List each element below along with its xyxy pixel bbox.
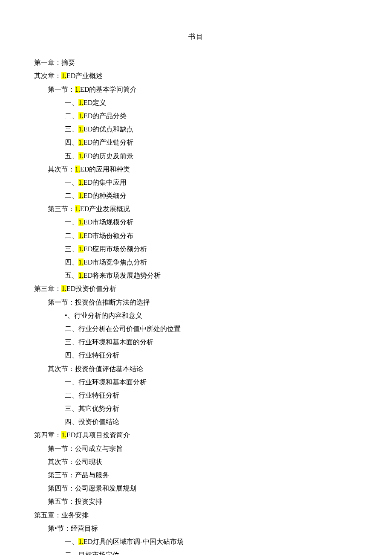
toc-line-highlight: 1. [78, 112, 84, 119]
toc-line-text: ED灯具项目投资简介 [66, 431, 130, 439]
toc-line-text: 行业环境和基本面分析 [78, 378, 147, 386]
toc-line-text: 摘要 [61, 59, 75, 66]
toc-line: 一、1.ED灯具的区域市调-中国大砧市场 [65, 535, 358, 548]
toc-line-text: ED灯具的区域市调-中国大砧市场 [84, 538, 184, 545]
toc-line: 五、1.ED的历史及前景 [65, 149, 358, 163]
toc-line-text: 投资价值推断方法的选择 [75, 299, 150, 306]
toc-line: 二、行业特征分析 [65, 389, 358, 402]
toc-line-text: ED产业概述 [66, 72, 103, 79]
toc-line: 第一节：1.ED的基本学问简介 [48, 83, 358, 96]
document-page: 书目 第一章：摘要其次章：1.ED产业概述第一节：1.ED的基本学问简介一、1.… [0, 0, 392, 555]
toc-line: 第四章：1.ED灯具项目投资简介 [34, 428, 358, 442]
toc-line-text: ED投资价值分析 [66, 285, 116, 292]
toc-line-prefix: 其次节： [48, 166, 75, 173]
toc-line-text: 投资价值结论 [78, 418, 119, 425]
toc-line-highlight: 1. [75, 205, 80, 212]
toc-line-text: 公司愿景和发展规划 [75, 485, 136, 492]
toc-line-text: ED的历史及前景 [84, 152, 133, 160]
toc-line-prefix: 其次章： [34, 72, 61, 79]
toc-line: 其次节：1.ED的应用和种类 [48, 163, 358, 176]
toc-line-highlight: 1. [61, 72, 66, 79]
toc-line-text: ED的集中应用 [84, 179, 127, 186]
toc-line-prefix: 第五章： [34, 511, 61, 519]
toc-line-prefix: 第三节： [48, 205, 75, 212]
toc-line: 第五节：投资安排 [48, 495, 358, 508]
toc-line-prefix: 四、 [65, 352, 78, 359]
toc-line: 第•节：经营目标 [48, 522, 358, 535]
toc-line-text: 其它优势分析 [78, 405, 119, 412]
toc-line-prefix: 第一章： [34, 59, 61, 66]
toc-line: 二、行业分析在公司价值中所处的位置 [65, 322, 358, 335]
toc-line-prefix: 四、 [65, 139, 78, 146]
toc-line-text: 目标市场定位 [78, 551, 119, 555]
toc-line-text: ED的产品分类 [84, 112, 127, 119]
toc-line-highlight: 1. [78, 139, 84, 146]
toc-line-prefix: 二、 [65, 392, 78, 399]
toc-line: 三、行业环境和基木面的分析 [65, 335, 358, 349]
toc-line-text: ED市场份额分布 [84, 232, 133, 239]
toc-line: 二、目标市场定位 [65, 548, 358, 555]
toc-line-text: 投资安排 [75, 498, 102, 505]
toc-line-highlight: 1. [78, 272, 84, 279]
toc-line-text: 行业环境和基木面的分析 [78, 338, 153, 346]
toc-line: 四、行业特征分析 [65, 349, 358, 362]
toc-line-prefix: 第五节： [48, 498, 75, 505]
toc-line-text: 公司成立与宗旨 [75, 445, 123, 452]
toc-line-highlight: 1. [78, 259, 84, 266]
toc-line: 第三节：1.ED产业发展概况 [48, 202, 358, 215]
toc-line-prefix: 第四节： [48, 485, 75, 492]
toc-line: 第一节：投资价值推断方法的选择 [48, 296, 358, 309]
toc-line-highlight: 1. [78, 99, 84, 106]
toc-line-prefix: 二、 [65, 192, 78, 199]
toc-line-text: 行业特征分析 [78, 352, 119, 359]
toc-line: 四、投资价值结论 [65, 415, 358, 428]
toc-line-highlight: 1. [75, 86, 80, 93]
toc-line-prefix: 一、 [65, 218, 78, 226]
toc-line-prefix: 其次节： [48, 458, 75, 465]
toc-line-text: ED的优点和缺点 [84, 125, 133, 133]
toc-line-text: ED产业发展概况 [80, 205, 130, 212]
toc-line-highlight: 1. [78, 538, 84, 545]
toc-line-highlight: 1. [78, 152, 84, 160]
toc-line-highlight: 1. [78, 218, 84, 226]
toc-line-prefix: 一、 [65, 378, 78, 386]
toc-line-prefix: 第•节： [48, 525, 71, 532]
toc-line-prefix: 第三章： [34, 285, 61, 292]
toc-line-prefix: 三、 [65, 338, 78, 346]
toc-line: 第四节：公司愿景和发展规划 [48, 482, 358, 495]
toc-line: 其次节：公司现状 [48, 455, 358, 468]
toc-line-highlight: 1. [78, 125, 84, 133]
toc-line: 四、1.ED市场竞争焦点分析 [65, 256, 358, 269]
toc-line: 三、1.ED应用市场份额分析 [65, 242, 358, 256]
toc-line-prefix: 四、 [65, 418, 78, 425]
toc-line: 第一章：摘要 [34, 56, 358, 69]
toc-line-text: ED市场竞争焦点分析 [84, 259, 147, 266]
toc-line-text: 经营目标 [71, 525, 98, 532]
toc-line-prefix: 二、 [65, 551, 78, 555]
toc-line-text: ED应用市场份额分析 [84, 245, 147, 253]
page-title: 书目 [34, 30, 358, 43]
toc-line: 三、其它优势分析 [65, 402, 358, 415]
toc-line-text: ED市场规模分析 [84, 218, 133, 226]
toc-line-prefix: 第四章： [34, 431, 61, 439]
toc-line-highlight: 1. [61, 431, 66, 439]
toc-line-prefix: 第一节： [48, 299, 75, 306]
toc-line: 一、1.ED市场规模分析 [65, 215, 358, 229]
toc-line-text: ED定义 [84, 99, 106, 106]
toc-line-highlight: 1. [78, 192, 84, 199]
toc-line-prefix: 三、 [65, 125, 78, 133]
toc-line: 第三节：产品与服务 [48, 468, 358, 482]
toc-line-prefix: 三、 [65, 405, 78, 412]
toc-line-text: ED的种类细分 [84, 192, 127, 199]
toc-line: 四、1.ED的产业链分析 [65, 136, 358, 149]
toc-line-text: 投资价值评估基本结论 [75, 365, 143, 372]
toc-line-prefix: 五、 [65, 152, 78, 160]
toc-line-text: 产品与服务 [75, 471, 109, 479]
toc-line-text: ED将来市场发展趋势分析 [84, 272, 161, 279]
toc-line: 第五章：业务安排 [34, 509, 358, 522]
toc-line-prefix: 第三节： [48, 471, 75, 479]
toc-line: 五、1.ED将来市场发展趋势分析 [65, 269, 358, 282]
toc-line: 一、1.ED的集中应用 [65, 176, 358, 189]
toc-line: 三、1.ED的优点和缺点 [65, 122, 358, 136]
toc-line-text: ED的基本学问简介 [80, 86, 137, 93]
